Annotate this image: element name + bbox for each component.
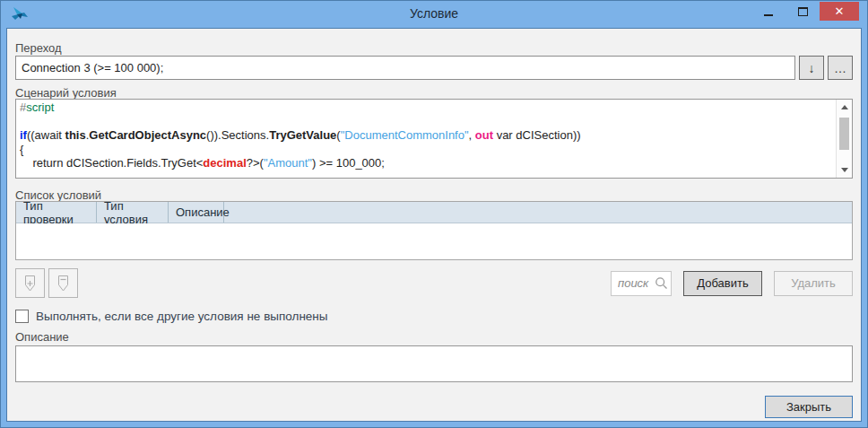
condition-dialog: Условие ✕ Переход ↓ … Сценарий условия #…: [0, 0, 868, 428]
move-down-button[interactable]: [48, 268, 78, 298]
conditions-table-header: Тип проверки Тип условия Описание: [16, 202, 852, 223]
conditions-table-body[interactable]: [16, 223, 852, 259]
minimize-button[interactable]: [751, 2, 786, 21]
transition-input[interactable]: [15, 56, 795, 80]
maximize-button[interactable]: [786, 2, 820, 21]
script-code[interactable]: #script if((await this.GetCardObjectAsyn…: [16, 100, 836, 178]
script-label: Сценарий условия: [15, 86, 117, 100]
window-controls: ✕: [751, 2, 859, 21]
column-condition-type[interactable]: Тип условия: [97, 202, 169, 223]
title-bar[interactable]: Условие ✕: [1, 1, 867, 28]
transition-row: ↓ …: [15, 56, 853, 80]
column-check-type[interactable]: Тип проверки: [16, 202, 97, 223]
shield-plus-icon: [23, 275, 37, 292]
close-dialog-button[interactable]: Закрыть: [765, 396, 853, 418]
move-up-button[interactable]: [15, 268, 45, 298]
editor-scrollbar[interactable]: [836, 100, 852, 178]
actions-row: Добавить Удалить: [15, 268, 853, 298]
close-button[interactable]: ✕: [820, 2, 859, 21]
maximize-icon: [798, 7, 808, 16]
else-condition-row: Выполнять, если все другие условия не вы…: [15, 309, 328, 324]
search-icon[interactable]: [655, 276, 668, 290]
description-input[interactable]: [15, 345, 853, 382]
arrow-down-icon: ↓: [809, 61, 815, 75]
window-title: Условие: [1, 6, 867, 21]
minimize-icon: [764, 14, 773, 16]
dialog-content: Переход ↓ … Сценарий условия #script if(…: [6, 28, 862, 422]
transition-goto-button[interactable]: ↓: [799, 56, 824, 80]
else-condition-checkbox[interactable]: [15, 310, 29, 323]
transition-browse-button[interactable]: …: [828, 56, 853, 80]
conditions-table[interactable]: Тип проверки Тип условия Описание: [15, 201, 853, 260]
search-box: [611, 271, 672, 296]
column-description[interactable]: Описание: [169, 202, 224, 223]
add-button[interactable]: Добавить: [683, 271, 762, 296]
transition-label: Переход: [15, 41, 62, 55]
description-label: Описание: [15, 330, 69, 344]
ellipsis-icon: …: [834, 61, 846, 75]
scroll-up-icon[interactable]: [837, 101, 852, 113]
close-icon: ✕: [835, 4, 845, 18]
shield-minus-icon: [56, 275, 70, 292]
delete-button[interactable]: Удалить: [774, 271, 853, 296]
scroll-down-icon[interactable]: [837, 164, 852, 176]
scrollbar-thumb[interactable]: [839, 118, 849, 150]
else-condition-label: Выполнять, если все другие условия не вы…: [36, 310, 328, 323]
script-editor[interactable]: #script if((await this.GetCardObjectAsyn…: [15, 99, 853, 179]
